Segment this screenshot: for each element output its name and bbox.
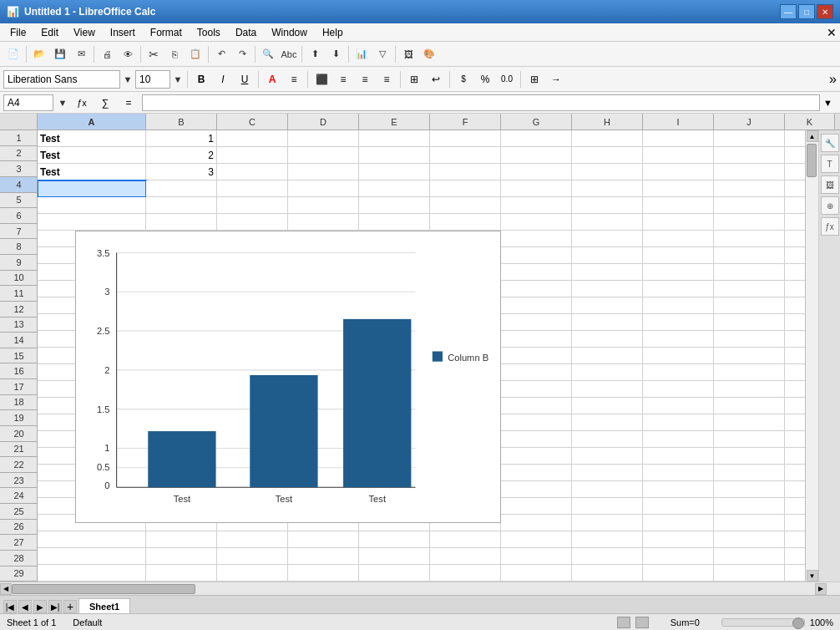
row-header-27[interactable]: 27 [0,535,38,551]
cell-H17[interactable] [572,398,643,414]
cell-I26[interactable] [643,548,714,565]
row-header-4[interactable]: 4 [0,177,38,193]
cell-K19[interactable] [785,431,805,448]
row-header-26[interactable]: 26 [0,520,38,536]
cell-J24[interactable] [714,515,785,531]
cell-C3[interactable] [217,164,288,180]
cell-J12[interactable] [714,314,785,331]
cell-K12[interactable] [785,314,805,331]
row-header-10[interactable]: 10 [0,271,38,287]
hscroll-track[interactable] [12,582,815,595]
col-header-K[interactable]: K [785,114,835,130]
cell-D2[interactable] [288,147,359,164]
sum-button[interactable]: ∑ [95,93,115,113]
borders-button[interactable]: ⊞ [524,69,544,89]
vscroll-thumb[interactable] [807,144,817,177]
cell-I4[interactable] [643,180,714,197]
cell-C1[interactable] [217,130,288,147]
image-button[interactable]: 🖼 [398,44,418,64]
cell-K14[interactable] [785,348,805,364]
cell-I12[interactable] [643,314,714,331]
cell-D5[interactable] [288,197,359,214]
cell-I24[interactable] [643,515,714,531]
cell-J3[interactable] [714,164,785,180]
cell-G8[interactable] [501,247,572,264]
col-header-B[interactable]: B [146,114,217,130]
cell-G3[interactable] [501,164,572,180]
font-size-dropdown[interactable]: ▼ [172,69,184,89]
bold-button[interactable]: B [191,69,211,89]
sort-asc-button[interactable]: ⬆ [305,44,325,64]
cell-A4[interactable] [38,180,146,197]
cell-I21[interactable] [643,465,714,481]
cell-E6[interactable] [359,214,430,231]
cell-J26[interactable] [714,548,785,565]
cell-C5[interactable] [217,197,288,214]
cell-K5[interactable] [785,197,805,214]
cell-K25[interactable] [785,531,805,548]
row-header-8[interactable]: 8 [0,239,38,255]
redo-button[interactable]: ↷ [232,44,252,64]
cell-A5[interactable] [38,197,146,214]
sidebar-styles-button[interactable]: T [821,155,839,173]
col-header-G[interactable]: G [501,114,572,130]
row-header-22[interactable]: 22 [0,457,38,473]
open-button[interactable]: 📂 [29,44,49,64]
cell-H24[interactable] [572,515,643,531]
cell-G15[interactable] [501,364,572,381]
cell-F1[interactable] [430,130,501,147]
cell-K23[interactable] [785,498,805,515]
function-wizard-button[interactable]: ƒx [72,93,92,113]
cell-E5[interactable] [359,197,430,214]
formula-bar-input[interactable] [142,94,820,111]
cell-G27[interactable] [501,565,572,582]
tab-nav-next[interactable]: ▶ [33,600,47,613]
cell-C2[interactable] [217,147,288,164]
cell-H13[interactable] [572,331,643,348]
cell-G21[interactable] [501,465,572,481]
cell-H14[interactable] [572,348,643,364]
row-header-7[interactable]: 7 [0,224,38,240]
cell-D25[interactable] [288,531,359,548]
cell-K4[interactable] [785,180,805,197]
underline-button[interactable]: U [235,69,255,89]
cell-F4[interactable] [430,180,501,197]
cell-H20[interactable] [572,448,643,465]
sidebar-navigator-button[interactable]: 🔧 [821,134,839,152]
scroll-right-button[interactable]: ▶ [815,583,827,595]
cell-J19[interactable] [714,431,785,448]
paste-button[interactable]: 📋 [185,44,205,64]
cell-F26[interactable] [430,548,501,565]
cell-A6[interactable] [38,214,146,231]
undo-button[interactable]: ↶ [211,44,231,64]
row-header-11[interactable]: 11 [0,286,38,302]
cell-G14[interactable] [501,348,572,364]
cell-G4[interactable] [501,180,572,197]
row-header-6[interactable]: 6 [0,208,38,224]
currency-button[interactable]: $ [453,69,473,89]
cell-ref-dropdown[interactable]: ▼ [57,93,68,113]
align-left-button[interactable]: ⬛ [311,69,331,89]
cell-J16[interactable] [714,381,785,398]
cell-B2[interactable]: 2 [146,147,217,164]
scroll-left-button[interactable]: ◀ [0,583,12,595]
cell-K27[interactable] [785,565,805,582]
menu-view[interactable]: View [67,25,102,40]
cell-G18[interactable] [501,414,572,431]
cell-J17[interactable] [714,398,785,414]
tab-add-button[interactable]: + [63,600,77,613]
cell-H22[interactable] [572,481,643,498]
cell-H18[interactable] [572,414,643,431]
tab-nav-last[interactable]: ▶| [48,600,62,613]
horizontal-scrollbar-area[interactable]: ◀ ▶ [0,582,840,595]
sidebar-compass-button[interactable]: ⊕ [821,196,839,215]
cell-B26[interactable] [146,548,217,565]
cell-I9[interactable] [643,264,714,281]
cell-I25[interactable] [643,531,714,548]
cell-B25[interactable] [146,531,217,548]
sidebar-functions-button[interactable]: ƒx [821,217,839,236]
cell-I22[interactable] [643,481,714,498]
new-button[interactable]: 📄 [3,44,23,64]
indent-button[interactable]: → [546,69,566,89]
cell-J1[interactable] [714,130,785,147]
